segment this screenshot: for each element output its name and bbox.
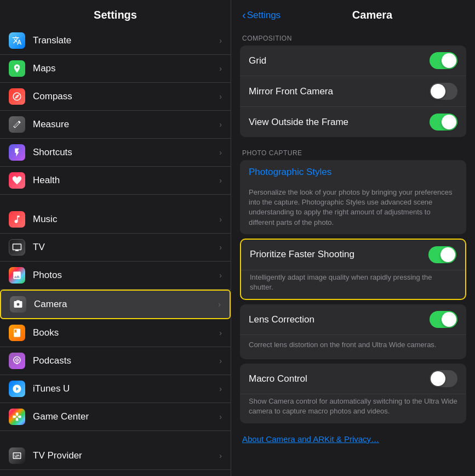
sidebar-item-shortcuts[interactable]: Shortcuts › [0,139,231,167]
prioritize-row: Prioritize Faster Shooting [241,240,465,270]
sidebar-item-compass[interactable]: Compass › [0,83,231,111]
toggle-knob [431,371,445,386]
settings-title: Settings [94,9,137,21]
chevron-icon: › [219,412,222,421]
tv-icon [9,239,25,256]
back-label: Settings [247,10,281,21]
sidebar-item-translate[interactable]: Translate › [0,27,231,55]
sidebar-item-shortcuts-label: Shortcuts [33,147,219,158]
macro-control-row: Macro Control [240,364,466,394]
camera-icon-sidebar [10,296,26,313]
camera-header: ‹ Settings Camera [231,0,475,27]
lens-correction-toggle[interactable] [430,311,457,328]
chevron-icon: › [219,328,222,337]
prioritize-label: Prioritize Faster Shooting [250,249,428,260]
photo-capture-section-label: PHOTO CAPTURE [231,141,475,160]
sidebar-item-measure-label: Measure [33,119,219,130]
photos-icon [9,267,25,284]
chevron-icon: › [219,271,222,280]
mirror-toggle[interactable] [430,83,457,100]
view-outside-label: View Outside the Frame [249,117,430,128]
macro-control-group: Macro Control Show Camera control for au… [240,364,466,423]
lens-correction-label: Lens Correction [249,314,430,325]
sidebar-item-translate-label: Translate [33,35,219,46]
lens-correction-description: Correct lens distortion on the front and… [249,340,436,350]
view-outside-row: View Outside the Frame [240,107,466,137]
macro-control-label: Macro Control [249,373,430,384]
divider [0,195,231,206]
toggle-knob [442,312,456,327]
macro-control-description: Show Camera control for automatically sw… [249,396,457,416]
lens-correction-row: Lens Correction [240,304,466,335]
photographic-styles-row[interactable]: Photographic Styles [240,160,466,184]
sidebar-item-gamecenter[interactable]: Game Center › [0,403,231,431]
mirror-row: Mirror Front Camera [240,76,466,107]
translate-icon [9,32,25,49]
health-icon [9,172,25,189]
photographic-styles-description: Personalize the look of your photos by b… [240,184,466,234]
macro-control-description-row: Show Camera control for automatically sw… [240,394,466,423]
toggle-knob [431,84,445,99]
chevron-icon: › [219,356,222,365]
sidebar-item-books-label: Books [33,327,219,338]
macro-control-toggle[interactable] [430,370,457,387]
camera-title: Camera [281,9,464,21]
back-chevron-icon: ‹ [242,9,246,21]
prioritize-group: Prioritize Faster Shooting Intelligently… [240,239,466,300]
grid-toggle[interactable] [430,52,457,69]
chevron-icon: › [219,148,222,157]
chevron-icon: › [219,92,222,101]
sidebar-item-maps[interactable]: Maps › [0,55,231,83]
sidebar-item-measure[interactable]: Measure › [0,111,231,139]
sidebar-item-photos-label: Photos [33,270,219,281]
composition-section-label: COMPOSITION [231,27,475,46]
chevron-icon: › [219,243,222,252]
music-icon [9,211,25,228]
sidebar-item-tv[interactable]: TV › [0,234,231,262]
sidebar-item-health-label: Health [33,175,219,186]
shortcuts-icon [9,144,25,161]
prioritize-description: Intelligently adapt image quality when r… [250,273,456,292]
sidebar-item-tv-label: TV [33,242,219,253]
measure-icon [9,116,25,133]
chevron-icon: › [219,36,222,45]
grid-label: Grid [249,55,430,66]
sidebar-item-podcasts-label: Podcasts [33,355,219,366]
back-button[interactable]: ‹ Settings [242,9,281,21]
toggle-knob [442,53,456,68]
toggle-knob [440,247,455,262]
podcasts-icon [9,353,25,369]
sidebar-item-health[interactable]: Health › [0,167,231,195]
mirror-label: Mirror Front Camera [249,86,430,97]
settings-list: Translate › Maps › Compass › Measure › [0,27,231,476]
chevron-icon: › [219,64,222,73]
photographic-styles-group: Photographic Styles Personalize the look… [240,160,466,234]
sidebar-item-maps-label: Maps [33,63,219,74]
camera-settings-panel: ‹ Settings Camera COMPOSITION Grid Mirro… [231,0,475,476]
sidebar-item-books[interactable]: Books › [0,319,231,347]
sidebar-item-camera[interactable]: Camera › [0,290,231,319]
lens-correction-description-row: Correct lens distortion on the front and… [240,335,466,359]
sidebar-item-tvprovider[interactable]: TV Provider › [0,442,231,470]
maps-icon [9,60,25,77]
sidebar-item-itunes[interactable]: iTunes U › [0,375,231,403]
books-icon [9,325,25,341]
sidebar-item-gamecenter-label: Game Center [33,411,219,422]
prioritize-toggle[interactable] [428,246,456,263]
itunes-icon [9,381,25,397]
chevron-icon: › [219,384,222,393]
sidebar-item-camera-label: Camera [34,299,218,310]
sidebar-item-music[interactable]: Music › [0,206,231,234]
sidebar-item-photos[interactable]: Photos › [0,262,231,290]
chevron-icon: › [219,215,222,224]
view-outside-toggle[interactable] [430,114,457,131]
sidebar-item-podcasts[interactable]: Podcasts › [0,347,231,375]
divider-2 [0,431,231,442]
photographic-styles-label: Photographic Styles [249,167,331,177]
settings-sidebar: Settings Translate › Maps › Compass › [0,0,231,476]
settings-header: Settings [0,0,231,27]
chevron-icon: › [219,120,222,129]
about-link[interactable]: About Camera and ARKit & Privacy… [231,428,475,450]
sidebar-item-tvprovider-label: TV Provider [33,450,219,461]
sidebar-item-music-label: Music [33,214,219,225]
